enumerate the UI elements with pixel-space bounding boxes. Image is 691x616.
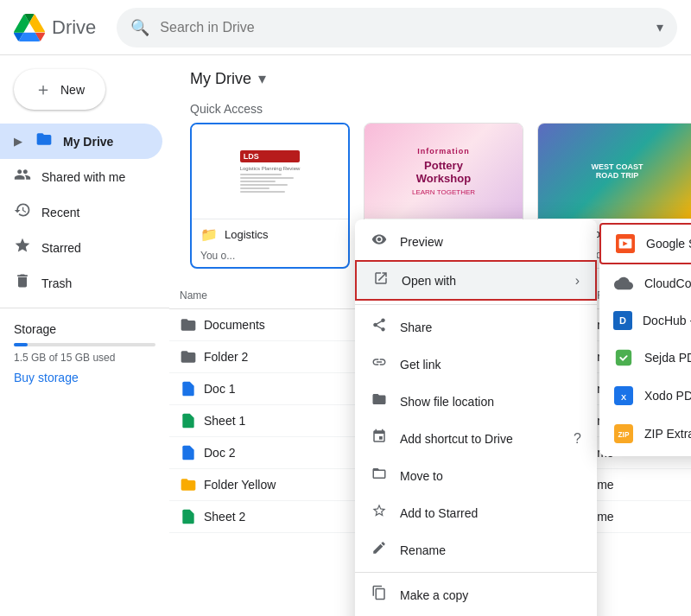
ctx-get-link-label: Get link [400,358,441,372]
slides-icon [615,233,636,254]
pottery-visual: Information PotteryWorkshop LEARN TOGETH… [365,124,523,219]
ctx-add-shortcut[interactable]: Add shortcut to Drive ? [355,420,597,457]
ctx-open-with[interactable]: Open with [355,260,597,301]
search-dropdown-icon[interactable]: ▾ [656,19,663,35]
submenu-sejda[interactable]: Sejda PDF [599,339,691,377]
storage-label: Storage [14,322,155,336]
file-icon [180,412,197,429]
logo: Drive [14,12,96,43]
context-menu: Preview Open with Share Get link [355,219,597,616]
storage-text: 1.5 GB of 15 GB used [14,352,155,364]
zip-icon: ZIP [613,423,634,444]
starred-label: Starred [41,241,81,255]
ctx-add-starred-label: Add to Starred [400,506,478,520]
card-thumb-logistics: LDS Logistics Planning Review [192,124,348,219]
recent-icon [14,201,31,223]
sejda-icon [613,347,634,368]
sejda-label: Sejda PDF [644,351,691,365]
sidebar: ＋ New ▶ My Drive Shared with me Recent [0,55,169,616]
svg-rect-3 [616,350,631,365]
ctx-move-to-label: Move to [400,469,443,483]
plus-icon: ＋ [35,78,52,101]
folder-location-icon [371,391,388,411]
storage-section: Storage 1.5 GB of 15 GB used Buy storage [0,315,169,391]
preview-icon [371,232,388,251]
dochub-icon: D [613,311,632,330]
header: Drive 🔍 ▾ [0,0,691,55]
search-icon: 🔍 [130,18,149,37]
sidebar-item-trash[interactable]: Trash [0,265,162,301]
file-icon [180,508,197,525]
share-icon [371,317,388,337]
submenu-zip[interactable]: ZIP ZIP Extractor [599,415,691,453]
ctx-open-with-label: Open with [402,274,456,288]
size-cell: me [586,501,691,533]
ctx-share[interactable]: Share [355,308,597,346]
ctx-get-link[interactable]: Get link [355,346,597,383]
ctx-preview[interactable]: Preview [355,223,597,260]
storage-bar [14,343,155,346]
ctx-add-shortcut-label: Add shortcut to Drive [400,432,513,446]
my-drive-icon [35,130,53,152]
file-icon [180,348,197,365]
ctx-preview-label: Preview [400,235,443,249]
ctx-move-to[interactable]: Move to [355,457,597,494]
cloudconvert-icon [613,273,634,294]
main-layout: ＋ New ▶ My Drive Shared with me Recent [0,55,691,616]
new-button[interactable]: ＋ New [14,69,105,110]
buy-storage-link[interactable]: Buy storage [14,371,155,384]
lds-badge: LDS [240,150,301,162]
storage-fill [14,343,28,346]
starred-icon [14,237,31,258]
trash-icon [14,272,31,294]
my-drive-label: My Drive [63,135,113,149]
new-label: New [60,83,85,97]
zip-label: ZIP Extractor [644,427,691,441]
drive-dropdown-icon[interactable]: ▾ [258,69,266,88]
submenu-cloudconvert[interactable]: CloudConvert [599,264,691,302]
search-input[interactable] [160,20,646,35]
ctx-show-location[interactable]: Show file location [355,383,597,420]
xodo-label: Xodo PDF Reader & Annotator [644,389,691,403]
open-with-submenu: Google Slides CloudConvert D DocHub - PD… [599,219,691,456]
shared-icon [14,166,31,187]
card-thumb-pottery: Information PotteryWorkshop LEARN TOGETH… [365,124,523,219]
ctx-rename-label: Rename [400,543,446,557]
ctx-rename[interactable]: Rename [355,531,597,568]
shortcut-icon [371,429,388,448]
ctx-show-location-label: Show file location [400,395,494,409]
submenu-dochub[interactable]: D DocHub - PDF Sign and Edit [599,302,691,339]
sidebar-divider [0,308,169,308]
rename-icon [371,540,388,560]
file-icon [180,380,197,397]
ctx-divider-1 [355,304,597,305]
photo-visual: WEST COASTROAD TRIP [538,124,691,219]
svg-text:ZIP: ZIP [618,431,630,439]
logo-text: Drive [52,16,96,39]
sidebar-item-starred[interactable]: Starred [0,230,162,265]
slides-label: Google Slides [646,237,691,251]
card-logistics[interactable]: LDS Logistics Planning Review 📁 [190,123,350,269]
main-header: My Drive ▾ [169,55,691,95]
open-with-icon [372,270,390,290]
file-icon [180,444,197,461]
trash-label: Trash [41,276,72,290]
sidebar-item-my-drive[interactable]: ▶ My Drive [0,124,162,159]
size-cell: me [586,469,691,501]
shared-label: Shared with me [41,170,125,184]
ctx-make-copy[interactable]: Make a copy [355,576,597,613]
sidebar-item-recent[interactable]: Recent [0,194,162,230]
submenu-google-slides[interactable]: Google Slides [599,223,691,264]
col-name: Name [169,283,378,309]
card-thumb-photo: WEST COASTROAD TRIP [538,124,691,219]
card-footer-logistics: 📁 Logistics [192,219,348,250]
ctx-divider-2 [355,572,597,573]
search-bar[interactable]: 🔍 ▾ [117,8,677,48]
sidebar-item-shared[interactable]: Shared with me [0,159,162,194]
submenu-xodo[interactable]: X Xodo PDF Reader & Annotator [599,377,691,415]
folder-icon-logistics: 📁 [200,226,218,243]
quick-access-label: Quick Access [169,95,691,123]
ctx-add-starred[interactable]: Add to Starred [355,494,597,531]
ctx-make-copy-label: Make a copy [400,588,468,602]
xodo-icon: X [613,385,634,406]
